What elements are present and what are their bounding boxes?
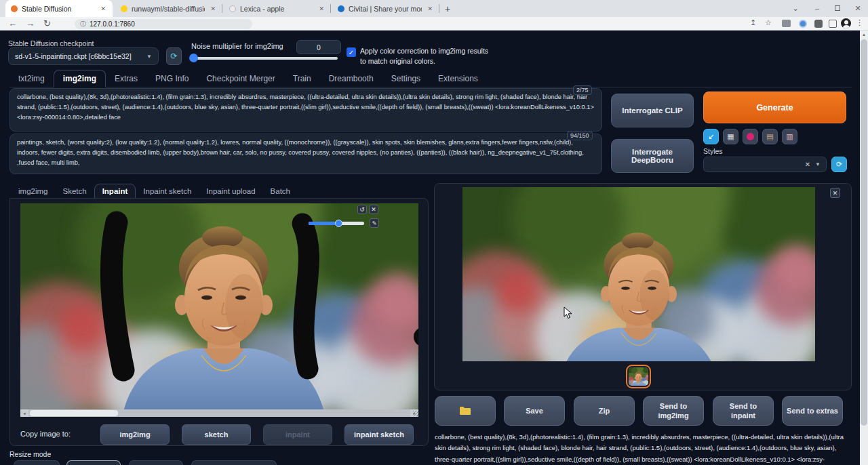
- tab-txt2img[interactable]: txt2img: [9, 70, 54, 87]
- browser-tab-civitai[interactable]: Civitai | Share your models ✕: [332, 0, 439, 17]
- tab-extensions[interactable]: Extensions: [429, 70, 487, 87]
- prompt-token-counter: 2/75: [573, 85, 592, 95]
- gallery-thumbnail-selected[interactable]: [626, 365, 651, 388]
- resize-option-stub[interactable]: [191, 460, 277, 465]
- scrollbar-thumb[interactable]: [861, 39, 867, 426]
- forward-icon[interactable]: →: [26, 18, 35, 28]
- generate-button[interactable]: Generate: [703, 92, 846, 123]
- browser-menu-icon[interactable]: ⋮: [856, 18, 863, 27]
- canvas-clear-icon[interactable]: ✕: [369, 205, 378, 214]
- clear-prompt-icon[interactable]: ▦: [723, 129, 738, 144]
- tab-separator: [222, 4, 222, 13]
- styles-dropdown[interactable]: ✕ ▼: [703, 157, 827, 172]
- result-image[interactable]: [462, 187, 815, 361]
- gallery-close-icon[interactable]: ✕: [830, 188, 840, 198]
- resize-option-stub[interactable]: [14, 460, 60, 465]
- paste-params-icon[interactable]: ↙: [703, 129, 719, 144]
- page-scrollbar[interactable]: ▲: [860, 31, 868, 465]
- tab-train[interactable]: Train: [284, 70, 320, 87]
- tab-search-chevron-icon[interactable]: ⌄: [788, 2, 803, 14]
- apply-style-icon[interactable]: ▤: [762, 129, 778, 144]
- prompt-textarea[interactable]: collarbone, (best quality),(8k, 3d),(pho…: [9, 88, 602, 132]
- browser-tab-runwayml[interactable]: runwayml/stable-diffusion-inpa ✕: [115, 0, 222, 17]
- tab-close-icon[interactable]: ✕: [99, 5, 107, 12]
- mode-tab-img2img[interactable]: img2img: [11, 184, 55, 198]
- browser-tab-lexica[interactable]: Lexica - apple ✕: [224, 0, 331, 17]
- noise-slider-handle[interactable]: [189, 54, 198, 62]
- checkpoint-value: sd-v1-5-inpainting.ckpt [c6bbc15e32]: [15, 52, 132, 60]
- canvas-h-scrollbar[interactable]: ◄ ►: [20, 409, 418, 417]
- save-style-icon[interactable]: ▥: [782, 129, 797, 144]
- copy-to-img2img-button[interactable]: img2img: [100, 424, 170, 445]
- tab-checkpoint-merger[interactable]: Checkpoint Merger: [197, 70, 283, 87]
- huggingface-favicon: [121, 5, 127, 12]
- tab-dreambooth[interactable]: Dreambooth: [320, 70, 382, 87]
- color-correction-checkbox[interactable]: ✓: [347, 47, 356, 57]
- address-bar[interactable]: ⓘ 127.0.0.1:7860: [75, 19, 252, 29]
- clear-styles-icon[interactable]: ✕: [805, 161, 810, 168]
- extra-networks-icon[interactable]: [743, 129, 758, 144]
- share-icon[interactable]: ↥: [750, 18, 756, 27]
- send-to-inpaint-button[interactable]: Send to inpaint: [713, 396, 774, 426]
- zip-button[interactable]: Zip: [574, 396, 635, 426]
- checkpoint-dropdown[interactable]: sd-v1-5-inpainting.ckpt [c6bbc15e32] ▼: [8, 47, 159, 65]
- styles-refresh-button[interactable]: ⟳: [831, 157, 847, 172]
- window-close-button[interactable]: ✕: [850, 2, 865, 14]
- profile-avatar[interactable]: [841, 18, 851, 28]
- open-folder-button[interactable]: [435, 396, 496, 426]
- sidebar-icon[interactable]: [829, 20, 837, 28]
- mode-tab-inpaint-upload[interactable]: Inpaint upload: [199, 184, 262, 198]
- send-to-img2img-button[interactable]: Send to img2img: [643, 396, 704, 426]
- chevron-down-icon[interactable]: ▼: [815, 161, 821, 167]
- canvas-undo-icon[interactable]: ↺: [357, 205, 367, 214]
- browser-tab-stable-diffusion[interactable]: Stable Diffusion ✕: [5, 0, 113, 17]
- chevron-down-icon: ▼: [146, 54, 152, 60]
- resize-option-stub[interactable]: [129, 460, 183, 465]
- noise-multiplier-input[interactable]: 0: [296, 40, 341, 54]
- copy-image-to-label: Copy image to:: [20, 430, 71, 438]
- canvas-resize-grip[interactable]: [413, 411, 418, 416]
- tab-extras[interactable]: Extras: [106, 70, 146, 87]
- brush-size-handle[interactable]: [335, 220, 342, 227]
- scroll-left-arrow-icon[interactable]: ◄: [20, 409, 28, 417]
- copy-to-sketch-button[interactable]: sketch: [182, 424, 251, 445]
- mode-tab-sketch[interactable]: Sketch: [55, 184, 94, 198]
- mode-tab-inpaint-sketch[interactable]: Inpaint sketch: [136, 184, 199, 198]
- tab-close-icon[interactable]: ✕: [317, 5, 326, 12]
- browser-tabstrip: Stable Diffusion ✕ runwayml/stable-diffu…: [0, 0, 868, 17]
- noise-multiplier-slider[interactable]: [191, 57, 338, 60]
- mode-tab-inpaint[interactable]: Inpaint: [94, 184, 136, 199]
- bookmark-star-icon[interactable]: ☆: [765, 18, 772, 27]
- tab-title: Lexica - apple: [240, 5, 313, 13]
- new-tab-button[interactable]: +: [439, 3, 456, 15]
- copy-to-inpaint-sketch-button[interactable]: inpaint sketch: [344, 424, 414, 445]
- send-to-extras-button[interactable]: Send to extras: [782, 396, 843, 426]
- tab-close-icon[interactable]: ✕: [426, 5, 434, 12]
- brush-color-icon[interactable]: ✎: [370, 218, 379, 228]
- mode-tab-batch[interactable]: Batch: [263, 184, 298, 198]
- color-correction-label: Apply color correction to img2img result…: [360, 46, 493, 66]
- tab-settings[interactable]: Settings: [382, 70, 429, 87]
- tab-close-icon[interactable]: ✕: [209, 5, 217, 12]
- negative-prompt-textarea[interactable]: paintings, sketch, (worst quality:2), (l…: [9, 134, 602, 174]
- resize-option-stub-selected[interactable]: [66, 460, 121, 465]
- checkpoint-refresh-button[interactable]: ⟳: [166, 47, 182, 65]
- back-icon[interactable]: ←: [8, 18, 17, 28]
- tab-png-info[interactable]: PNG Info: [146, 70, 197, 87]
- canvas-scroll-thumb[interactable]: [30, 410, 118, 416]
- copy-to-inpaint-button-disabled: inpaint: [263, 424, 332, 445]
- window-minimize-button[interactable]: –: [810, 2, 825, 14]
- extensions-puzzle-icon[interactable]: [814, 20, 823, 28]
- save-button[interactable]: Save: [504, 396, 565, 426]
- site-info-icon[interactable]: ⓘ: [80, 20, 86, 28]
- interrogate-clip-button[interactable]: Interrogate CLIP: [611, 94, 694, 127]
- main-tab-bar: txt2img img2img Extras PNG Info Checkpoi…: [9, 70, 852, 87]
- reload-icon[interactable]: ↻: [43, 18, 51, 28]
- inpaint-canvas-photo[interactable]: [20, 203, 418, 410]
- extension-blue-icon[interactable]: [799, 20, 807, 28]
- interrogate-deepbooru-button[interactable]: Interrogate DeepBooru: [611, 139, 694, 173]
- extension-icon[interactable]: [782, 20, 791, 27]
- window-maximize-button[interactable]: [830, 2, 845, 14]
- tab-img2img[interactable]: img2img: [54, 70, 106, 87]
- scroll-up-arrow-icon[interactable]: ▲: [860, 31, 868, 39]
